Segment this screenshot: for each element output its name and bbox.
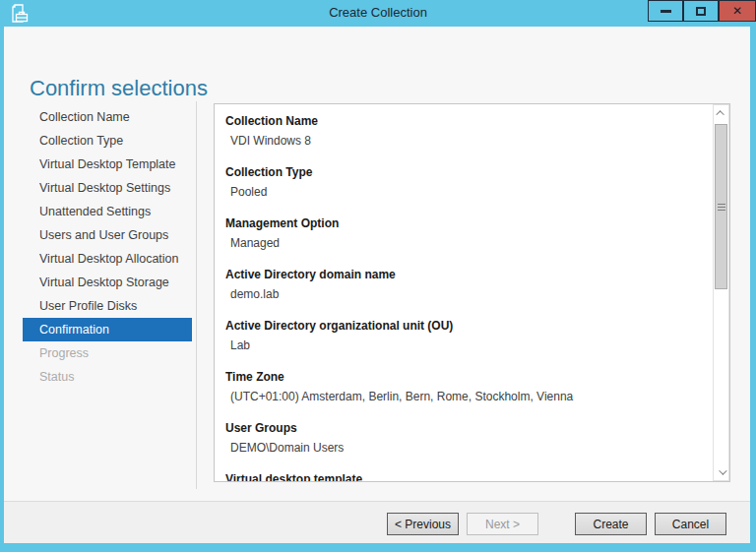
close-icon: ✕ (732, 5, 742, 17)
entry-label: Management Option (225, 216, 700, 230)
entry-value: demo.lab (230, 287, 700, 301)
maximize-icon (696, 7, 706, 16)
dialog-surface: Confirm selections Collection Name Colle… (4, 27, 750, 543)
wizard-steps: Collection Name Collection Type Virtual … (23, 105, 192, 389)
vertical-scrollbar[interactable] (713, 104, 729, 481)
step-virtual-desktop-storage[interactable]: Virtual Desktop Storage (23, 271, 192, 294)
entry-label: User Groups (225, 421, 700, 435)
summary-entry: Collection Name VDI Windows 8 (225, 114, 700, 148)
entry-label: Active Directory domain name (225, 268, 700, 281)
scrollbar-grip-icon (718, 204, 725, 211)
entry-value: DEMO\Domain Users (230, 441, 700, 455)
maximize-button[interactable] (683, 0, 719, 22)
entry-label: Collection Name (225, 114, 700, 128)
summary-entry: User Groups DEMO\Domain Users (225, 421, 700, 455)
entry-label: Collection Type (225, 165, 700, 179)
step-status: Status (23, 365, 192, 389)
minimize-icon (661, 10, 671, 13)
step-virtual-desktop-settings[interactable]: Virtual Desktop Settings (23, 176, 192, 200)
chevron-up-icon (716, 110, 724, 118)
minimize-button[interactable] (648, 0, 683, 22)
entry-label: Virtual desktop template (225, 472, 700, 482)
scroll-up-button[interactable] (714, 105, 728, 121)
entry-value: Pooled (230, 185, 700, 199)
titlebar[interactable]: Create Collection ✕ (0, 0, 756, 27)
entry-value: (UTC+01:00) Amsterdam, Berlin, Bern, Rom… (230, 390, 700, 403)
cancel-button[interactable]: Cancel (655, 513, 726, 535)
page-title: Confirm selections (30, 76, 208, 101)
close-button[interactable]: ✕ (719, 0, 756, 22)
entry-value: VDI Windows 8 (230, 134, 700, 148)
next-button: Next > (467, 513, 538, 535)
summary-entry: Collection Type Pooled (225, 165, 700, 199)
summary-entry: Virtual desktop template (225, 472, 700, 482)
summary-entry: Time Zone (UTC+01:00) Amsterdam, Berlin,… (225, 370, 700, 403)
entry-label: Active Directory organizational unit (OU… (225, 319, 700, 333)
sidebar-divider (196, 101, 197, 489)
step-virtual-desktop-allocation[interactable]: Virtual Desktop Allocation (23, 247, 192, 271)
entry-label: Time Zone (225, 370, 700, 384)
step-confirmation[interactable]: Confirmation (23, 318, 192, 341)
step-user-profile-disks[interactable]: User Profile Disks (23, 294, 192, 318)
window-title: Create Collection (0, 5, 756, 20)
step-collection-name[interactable]: Collection Name (23, 105, 192, 129)
confirmation-summary-panel: Collection Name VDI Windows 8 Collection… (214, 103, 730, 482)
summary-entry: Active Directory domain name demo.lab (225, 268, 700, 301)
create-button[interactable]: Create (575, 513, 647, 535)
step-collection-type[interactable]: Collection Type (23, 129, 192, 153)
step-users-and-user-groups[interactable]: Users and User Groups (23, 223, 192, 247)
summary-list: Collection Name VDI Windows 8 Collection… (215, 104, 729, 482)
chevron-down-icon (719, 466, 726, 474)
entry-value: Lab (230, 338, 700, 352)
step-progress: Progress (23, 341, 192, 365)
footer-bar: < Previous Next > Create Cancel (4, 501, 750, 543)
entry-value: Managed (230, 236, 700, 250)
summary-entry: Management Option Managed (225, 216, 700, 250)
summary-entry: Active Directory organizational unit (OU… (225, 319, 700, 352)
step-unattended-settings[interactable]: Unattended Settings (23, 200, 192, 223)
scroll-down-button[interactable] (714, 464, 728, 480)
previous-button[interactable]: < Previous (387, 513, 459, 535)
scrollbar-thumb[interactable] (715, 124, 727, 289)
step-virtual-desktop-template[interactable]: Virtual Desktop Template (23, 153, 192, 176)
